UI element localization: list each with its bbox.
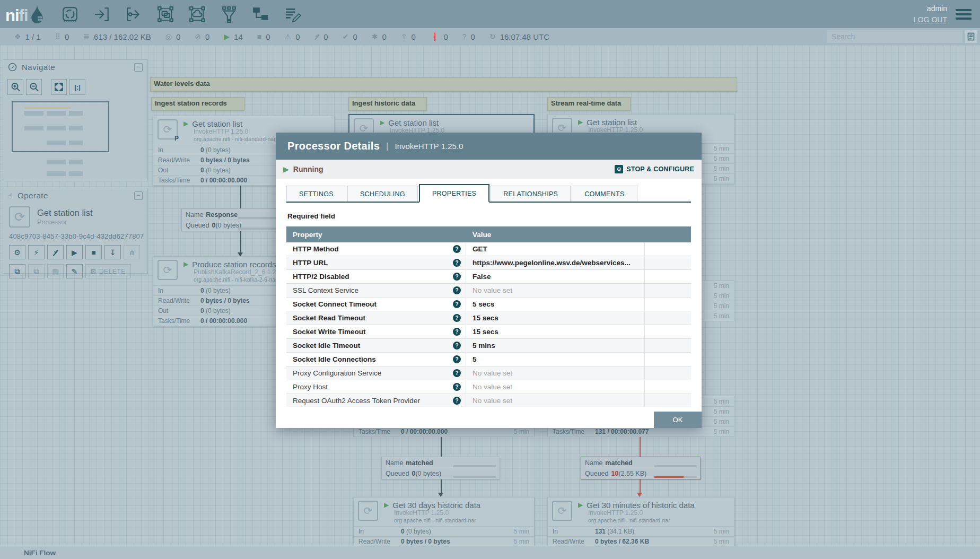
property-value[interactable]: No value set bbox=[466, 366, 645, 380]
current-user: admin bbox=[914, 3, 947, 14]
copy-button[interactable]: ⧉ bbox=[9, 264, 25, 278]
tab-relationships[interactable]: RELATIONSHIPS bbox=[491, 186, 571, 202]
stopped-count: 0 bbox=[266, 32, 270, 41]
stop-and-configure-button[interactable]: ⚙ STOP & CONFIGURE bbox=[615, 165, 694, 173]
property-value[interactable]: No value set bbox=[466, 394, 645, 407]
nifi-app: nifi bbox=[0, 0, 980, 559]
property-row-socket-write-timeout: Socket Write Timeout?15 secs bbox=[286, 325, 691, 339]
label-ingest-station-records[interactable]: Ingest station records bbox=[151, 97, 244, 111]
label-component-icon[interactable] bbox=[284, 5, 302, 23]
stop-button[interactable]: ■ bbox=[85, 245, 102, 259]
configure-button[interactable]: ⚙ bbox=[9, 245, 25, 259]
running-icon: ▶ bbox=[183, 120, 188, 128]
disable-button[interactable]: ⚡ bbox=[47, 245, 64, 259]
process-group-component-icon[interactable] bbox=[156, 5, 174, 23]
remote-process-group-component-icon[interactable] bbox=[188, 5, 206, 23]
status-active-threads: ⠿0 bbox=[55, 32, 69, 41]
connection-name-response[interactable]: NameResponseQueued0 (0 bytes) bbox=[181, 208, 285, 231]
processor-component-icon[interactable] bbox=[61, 5, 79, 23]
help-icon[interactable]: ? bbox=[453, 369, 461, 377]
status-stale: ⇧0 bbox=[401, 32, 416, 41]
zoom-in-button[interactable] bbox=[7, 79, 23, 95]
label-ingest-historic-data[interactable]: Ingest historic data bbox=[348, 97, 427, 111]
help-icon[interactable]: ? bbox=[453, 259, 461, 267]
property-value[interactable]: False bbox=[466, 270, 645, 283]
queue-percent-bar bbox=[654, 465, 697, 467]
help-icon[interactable]: ? bbox=[453, 342, 461, 350]
ok-button[interactable]: OK bbox=[654, 412, 702, 428]
connection-line[interactable] bbox=[240, 229, 241, 252]
tab-properties[interactable]: PROPERTIES bbox=[419, 184, 489, 203]
property-value[interactable]: https://www.pegelonline.wsv.de/webservic… bbox=[466, 256, 645, 269]
operate-minimize-button[interactable]: − bbox=[134, 191, 143, 200]
property-row-ssl-context-service: SSL Context Service?No value set bbox=[286, 284, 691, 298]
property-value[interactable]: 5 secs bbox=[466, 298, 645, 311]
save-flow-version-button[interactable]: ↧ bbox=[104, 245, 121, 259]
output-port-component-icon[interactable] bbox=[125, 5, 143, 23]
funnel-component-icon[interactable] bbox=[220, 5, 238, 23]
property-value[interactable]: 15 secs bbox=[466, 311, 645, 325]
bulletin-board-button[interactable] bbox=[965, 30, 977, 43]
global-menu-icon[interactable] bbox=[956, 9, 972, 20]
status-queued: ≣613 / 162.02 KB bbox=[83, 32, 151, 41]
template-component-icon[interactable] bbox=[252, 5, 270, 23]
property-value[interactable]: No value set bbox=[466, 380, 645, 394]
running-icon: ▶ bbox=[384, 502, 389, 509]
connection-line[interactable] bbox=[441, 479, 442, 493]
property-value[interactable]: 5 mins bbox=[466, 339, 645, 352]
locally-modified-stale-icon: ❗ bbox=[430, 32, 439, 41]
navigate-minimize-button[interactable]: − bbox=[134, 63, 143, 72]
processor-type-icon: ⟳P bbox=[158, 119, 178, 139]
help-icon[interactable]: ? bbox=[453, 328, 461, 336]
label-water-levels-data[interactable]: Water levels data bbox=[150, 77, 737, 92]
zoom-fit-button[interactable] bbox=[51, 79, 67, 95]
properties-table: Property Value HTTP Method?GETHTTP URL?h… bbox=[286, 226, 691, 407]
property-value[interactable]: 15 secs bbox=[466, 325, 645, 338]
processor-bundle: org.apache.nifi - nifi-standard-nar bbox=[194, 136, 276, 142]
property-value[interactable]: 5 bbox=[466, 353, 645, 366]
zoom-actual-size-button[interactable]: |:| bbox=[69, 79, 85, 95]
property-value[interactable]: No value set bbox=[466, 284, 645, 297]
start-button[interactable]: ▶ bbox=[66, 245, 83, 259]
tab-comments[interactable]: COMMENTS bbox=[572, 186, 637, 202]
running-icon: ▶ bbox=[380, 119, 384, 127]
status-bar: ❖1 / 1⠿0≣613 / 162.02 KB◎0⊘0▶14■0⚠0⚡0✔0✱… bbox=[0, 28, 980, 45]
property-value[interactable]: GET bbox=[466, 242, 645, 256]
queued-count: 613 / 162.02 KB bbox=[94, 32, 151, 41]
input-port-component-icon[interactable] bbox=[93, 5, 111, 23]
refresh-icon[interactable]: ↻ bbox=[489, 32, 496, 41]
help-icon[interactable]: ? bbox=[453, 300, 461, 308]
connection-name-matched[interactable]: NamematchedQueued0 (0 bytes) bbox=[381, 457, 500, 479]
processor-bundle: org.apache.nifi - nifi-standard-nar bbox=[588, 517, 695, 523]
group-icon: ▦ bbox=[52, 267, 59, 276]
property-row-proxy-configuration-service: Proxy Configuration Service?No value set bbox=[286, 366, 691, 380]
help-icon[interactable]: ? bbox=[453, 314, 461, 322]
tab-settings[interactable]: SETTINGS bbox=[286, 186, 346, 202]
label-stream-real-time-data[interactable]: Stream real-time data bbox=[547, 97, 631, 111]
selected-component-id: 408c9703-8457-33b0-9c4d-432dd6277807 bbox=[9, 232, 142, 240]
logout-link[interactable]: LOG OUT bbox=[914, 14, 947, 25]
help-icon[interactable]: ? bbox=[453, 245, 461, 253]
properties-table-header: Property Value bbox=[286, 226, 691, 242]
help-icon[interactable]: ? bbox=[453, 273, 461, 281]
paste-button: ⧉ bbox=[28, 264, 45, 278]
help-icon[interactable]: ? bbox=[453, 286, 461, 294]
property-row-proxy-host: Proxy Host?No value set bbox=[286, 380, 691, 394]
help-icon[interactable]: ? bbox=[453, 355, 461, 363]
compass-icon bbox=[8, 63, 17, 72]
birdseye-minimap[interactable] bbox=[7, 100, 143, 181]
help-icon[interactable]: ? bbox=[453, 383, 461, 391]
processor-name: Get 30 minutes of historic data bbox=[587, 501, 694, 510]
zoom-out-button[interactable] bbox=[26, 79, 42, 95]
connection-line[interactable] bbox=[640, 479, 641, 493]
tab-scheduling[interactable]: SCHEDULING bbox=[347, 186, 418, 202]
search-input[interactable] bbox=[827, 30, 962, 43]
property-column-header: Property bbox=[286, 231, 466, 239]
change-color-button[interactable]: ✎ bbox=[66, 264, 83, 278]
running-icon: ▶ bbox=[578, 119, 583, 126]
enable-button[interactable]: ⚡ bbox=[28, 245, 45, 259]
breadcrumb-root[interactable]: NiFi Flow bbox=[24, 549, 56, 557]
dialog-status-bar: ▶ Running ⚙ STOP & CONFIGURE bbox=[276, 160, 702, 179]
connection-name-matched[interactable]: NamematchedQueued10 (2.55 KB) bbox=[581, 457, 701, 479]
help-icon[interactable]: ? bbox=[453, 397, 461, 405]
